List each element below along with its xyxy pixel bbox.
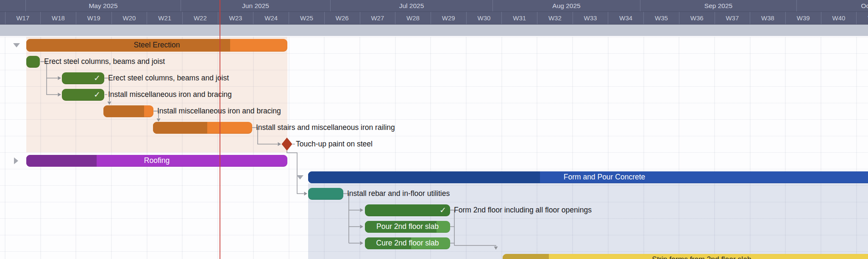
week-cell: W17 — [5, 12, 41, 24]
week-cell: W21 — [147, 12, 182, 24]
task-bar[interactable]: Cure 2nd floor slab — [365, 237, 450, 249]
bar-label: Form and Pour Concrete — [308, 171, 868, 183]
week-cell: W19 — [76, 12, 111, 24]
month-cell: Aug 2025 — [492, 0, 640, 11]
week-cell: W23 — [218, 12, 253, 24]
bar-label: Steel Erection — [26, 39, 287, 52]
gantt-view: Steel ErectionErect steel columns, beams… — [0, 0, 868, 259]
bar-label: Cure 2nd floor slab — [365, 237, 450, 249]
week-cell: W27 — [360, 12, 395, 24]
week-cell: W26 — [324, 12, 360, 24]
group-bar[interactable]: Roofing — [26, 155, 287, 167]
progress-fill — [103, 105, 144, 117]
task-bar[interactable] — [153, 122, 252, 134]
task-label: Install miscellaneous iron and bracing — [108, 90, 232, 99]
month-cell: Jul 2025 — [330, 0, 492, 11]
task-bar[interactable]: ✓ — [365, 204, 450, 216]
week-cell: W28 — [395, 12, 431, 24]
week-cell: W39 — [785, 12, 821, 24]
task-label: Install miscellaneous iron and bracing — [157, 107, 281, 116]
completed-check-icon: ✓ — [94, 73, 100, 83]
disclosure-right-icon[interactable] — [14, 157, 18, 164]
week-cell: W35 — [643, 12, 679, 24]
week-cell: W29 — [431, 12, 466, 24]
month-cell: May 2025 — [25, 0, 181, 11]
disclosure-down-icon[interactable] — [13, 43, 20, 47]
month-cell: Oct 2025 — [796, 0, 868, 11]
week-cell: W36 — [679, 12, 715, 24]
week-cell: W22 — [182, 12, 218, 24]
month-row: May 2025Jun 2025Jul 2025Aug 2025Sep 2025… — [0, 0, 868, 12]
month-cell: Jun 2025 — [181, 0, 330, 11]
task-label: Erect steel columns, beams and joist — [108, 74, 229, 83]
task-bar[interactable]: Strip forms from 2nd floor slab — [503, 254, 868, 259]
bar-label: Pour 2nd floor slab — [365, 221, 450, 233]
milestone-diamond[interactable] — [282, 138, 292, 151]
week-cell: W18 — [40, 12, 76, 24]
week-cell: W40 — [821, 12, 857, 24]
week-cell: W31 — [501, 12, 537, 24]
month-cell — [0, 0, 25, 11]
week-cell: W24 — [253, 12, 289, 24]
month-cell: Sep 2025 — [640, 0, 796, 11]
today-line — [220, 0, 220, 259]
group-bar[interactable]: Steel Erection — [26, 39, 287, 52]
week-cell: W34 — [608, 12, 643, 24]
week-cell-stub — [0, 12, 5, 24]
disclosure-down-icon[interactable] — [297, 175, 303, 179]
task-label: Form 2nd floor including all floor openi… — [454, 206, 592, 215]
task-bar[interactable] — [26, 56, 40, 68]
task-label: Erect steel columns, beams and joist — [44, 57, 165, 66]
week-cell: W32 — [537, 12, 573, 24]
progress-fill — [153, 122, 207, 134]
task-bar[interactable]: ✓ — [62, 89, 104, 101]
week-cell: W25 — [289, 12, 324, 24]
completed-check-icon: ✓ — [94, 90, 100, 99]
bar-label: Strip forms from 2nd floor slab — [503, 254, 868, 259]
timeline-header: May 2025Jun 2025Jul 2025Aug 2025Sep 2025… — [0, 0, 868, 24]
task-bar[interactable]: ✓ — [62, 72, 104, 84]
group-bar[interactable]: Form and Pour Concrete — [308, 171, 868, 183]
week-cell: W20 — [111, 12, 147, 24]
task-label: Install rebar and in-floor utilities — [347, 189, 450, 198]
completed-check-icon: ✓ — [440, 205, 446, 215]
task-bar[interactable]: Pour 2nd floor slab — [365, 221, 450, 233]
task-bar[interactable] — [103, 105, 153, 117]
bar-label: Roofing — [26, 155, 287, 167]
week-cell: W37 — [715, 12, 750, 24]
task-label: Install stairs and miscellaneous iron ra… — [256, 123, 395, 132]
week-cell: W30 — [466, 12, 502, 24]
week-cell: W38 — [750, 12, 785, 24]
task-label: Touch-up paint on steel — [296, 140, 373, 149]
week-cell: W41 — [856, 12, 868, 24]
week-cell: W33 — [573, 12, 608, 24]
week-row: W17W18W19W20W21W22W23W24W25W26W27W28W29W… — [0, 12, 868, 25]
task-bar[interactable] — [308, 188, 343, 200]
